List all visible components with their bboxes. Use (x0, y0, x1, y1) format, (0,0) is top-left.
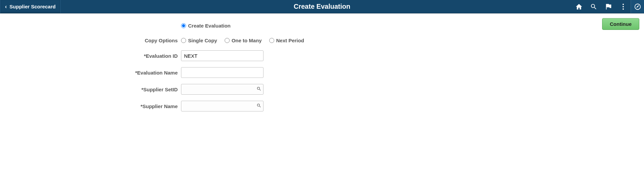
evaluation-id-input[interactable] (181, 50, 264, 61)
label-copy-options: Copy Options (10, 38, 181, 43)
search-icon[interactable] (586, 0, 601, 13)
row-copy-options: Copy Options Single Copy One to Many Nex… (10, 34, 634, 46)
row-create-evaluation: Create Evaluation (10, 19, 634, 32)
radio-one-to-many-label[interactable]: One to Many (232, 38, 262, 43)
vertical-dots-icon (623, 4, 624, 10)
chevron-left-icon: ‹ (5, 4, 7, 10)
lookup-icon[interactable] (256, 86, 261, 92)
row-supplier-setid: *Supplier SetID (10, 83, 634, 95)
label-supplier-setid: *Supplier SetID (10, 87, 181, 92)
radio-next-period[interactable] (269, 38, 274, 43)
more-icon[interactable] (616, 0, 631, 13)
page-content: Continue Create Evaluation Copy Options … (0, 13, 644, 112)
back-button[interactable]: ‹ Supplier Scorecard (0, 0, 61, 13)
header-icons (572, 0, 644, 13)
row-supplier-name: *Supplier Name (10, 100, 634, 112)
label-supplier-name: *Supplier Name (10, 103, 181, 109)
label-evaluation-name: *Evaluation Name (10, 70, 181, 76)
radio-create-evaluation-label[interactable]: Create Evaluation (188, 23, 231, 29)
radio-next-period-label[interactable]: Next Period (276, 38, 304, 43)
row-evaluation-id: *Evaluation ID (10, 50, 634, 62)
radio-one-to-many[interactable] (225, 38, 230, 43)
page-title: Create Evaluation (294, 3, 350, 10)
radio-single-copy[interactable] (181, 38, 186, 43)
continue-button[interactable]: Continue (602, 18, 639, 30)
row-evaluation-name: *Evaluation Name (10, 66, 634, 79)
radio-create-evaluation[interactable] (181, 23, 186, 28)
supplier-name-input[interactable] (181, 101, 264, 111)
flag-icon[interactable] (601, 0, 616, 13)
back-label: Supplier Scorecard (9, 4, 56, 9)
app-header: ‹ Supplier Scorecard Create Evaluation (0, 0, 644, 13)
radio-single-copy-label[interactable]: Single Copy (188, 38, 217, 43)
navbar-compass-icon[interactable] (631, 0, 644, 13)
evaluation-name-input[interactable] (181, 67, 264, 78)
home-icon[interactable] (572, 0, 586, 13)
lookup-icon[interactable] (256, 103, 261, 109)
label-evaluation-id: *Evaluation ID (10, 53, 181, 59)
supplier-setid-input[interactable] (181, 84, 264, 95)
